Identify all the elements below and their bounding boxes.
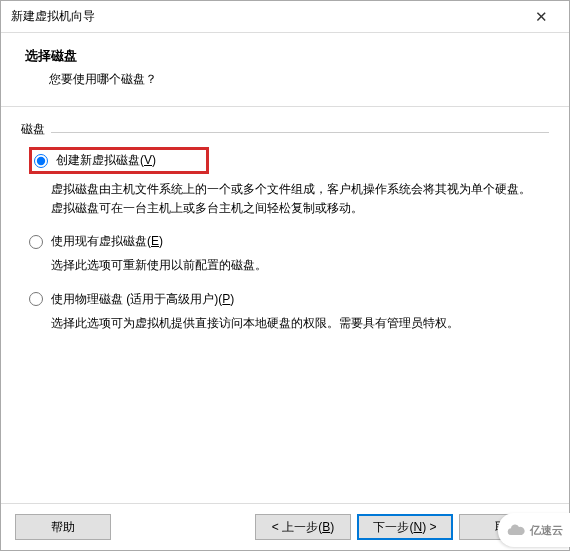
back-button[interactable]: < 上一步(B): [255, 514, 351, 540]
watermark-text: 亿速云: [530, 523, 563, 538]
close-icon[interactable]: ✕: [521, 2, 561, 32]
titlebar: 新建虚拟机向导 ✕: [1, 1, 569, 33]
group-separator: [51, 132, 549, 133]
option-use-physical-disk: 使用物理磁盘 (适用于高级用户)(P) 选择此选项可为虚拟机提供直接访问本地硬盘…: [29, 291, 549, 333]
option-use-physical-disk-label: 使用物理磁盘 (适用于高级用户)(P): [51, 291, 234, 308]
option-use-existing-disk: 使用现有虚拟磁盘(E) 选择此选项可重新使用以前配置的磁盘。: [29, 233, 549, 275]
page-title: 选择磁盘: [25, 47, 545, 65]
page-subtitle: 您要使用哪个磁盘？: [25, 71, 545, 88]
option-use-existing-disk-row[interactable]: 使用现有虚拟磁盘(E): [29, 233, 549, 250]
option-use-existing-disk-label: 使用现有虚拟磁盘(E): [51, 233, 163, 250]
option-create-new-disk-desc: 虚拟磁盘由主机文件系统上的一个或多个文件组成，客户机操作系统会将其视为单个硬盘。…: [51, 180, 541, 217]
radio-create-new-disk[interactable]: [34, 154, 48, 168]
radio-use-physical-disk[interactable]: [29, 292, 43, 306]
radio-use-existing-disk[interactable]: [29, 235, 43, 249]
wizard-header: 选择磁盘 您要使用哪个磁盘？: [1, 33, 569, 107]
option-create-new-disk: 创建新虚拟磁盘(V) 虚拟磁盘由主机文件系统上的一个或多个文件组成，客户机操作系…: [29, 147, 549, 217]
help-button[interactable]: 帮助: [15, 514, 111, 540]
window-title: 新建虚拟机向导: [11, 8, 521, 25]
next-button[interactable]: 下一步(N) >: [357, 514, 453, 540]
wizard-window: 新建虚拟机向导 ✕ 选择磁盘 您要使用哪个磁盘？ 磁盘 创建新虚拟磁盘(V) 虚…: [0, 0, 570, 551]
group-label: 磁盘: [21, 121, 45, 138]
option-create-new-disk-row[interactable]: 创建新虚拟磁盘(V): [29, 147, 209, 174]
option-use-physical-disk-desc: 选择此选项可为虚拟机提供直接访问本地硬盘的权限。需要具有管理员特权。: [51, 314, 541, 333]
cloud-icon: [506, 520, 526, 540]
wizard-body: 磁盘 创建新虚拟磁盘(V) 虚拟磁盘由主机文件系统上的一个或多个文件组成，客户机…: [1, 107, 569, 503]
wizard-footer: 帮助 < 上一步(B) 下一步(N) > 取消: [1, 503, 569, 550]
option-use-existing-disk-desc: 选择此选项可重新使用以前配置的磁盘。: [51, 256, 541, 275]
option-use-physical-disk-row[interactable]: 使用物理磁盘 (适用于高级用户)(P): [29, 291, 549, 308]
option-create-new-disk-label: 创建新虚拟磁盘(V): [56, 152, 156, 169]
watermark: 亿速云: [498, 513, 570, 547]
